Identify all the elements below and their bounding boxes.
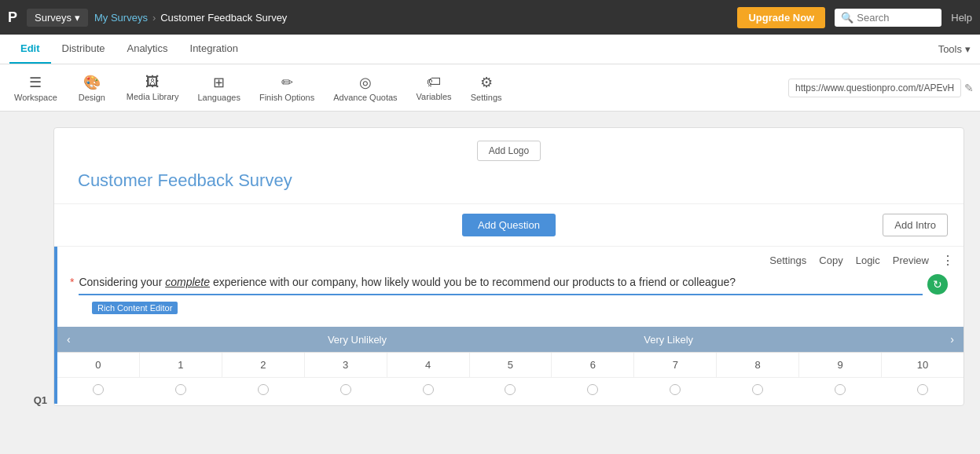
survey-card: Add Logo Customer Feedback Survey Add Qu… [53,127,964,406]
settings-label: Settings [471,93,502,102]
toolbar-variables[interactable]: 🏷 Variables [409,69,460,106]
scale-right-nav[interactable]: › [950,333,954,346]
languages-label: Languages [197,93,240,102]
toolbar: ☰ Workspace 🎨 Design 🖼 Media Library ⊞ L… [0,64,980,112]
scale-number-3: 3 [305,353,387,377]
scale-number-7: 7 [634,353,717,377]
design-icon: 🎨 [83,74,101,91]
my-surveys-link[interactable]: My Surveys [94,12,148,24]
required-star: * [70,276,74,288]
scale-numbers-row: 0 1 2 3 4 5 6 7 8 9 10 [57,352,963,377]
scale-number-1: 1 [140,353,222,377]
add-question-button[interactable]: Add Question [462,214,556,236]
question-number-label: Q1 [34,394,47,406]
edit-url-icon[interactable]: ✎ [964,82,974,94]
finish-options-label: Finish Options [259,93,314,102]
sub-navigation: Edit Distribute Analytics Integration To… [0,35,980,64]
help-link[interactable]: Help [951,12,972,24]
question-actions: Settings Copy Logic Preview ⋮ [57,247,963,268]
scale-radio-8[interactable] [717,384,799,397]
copy-action-link[interactable]: Copy [819,254,842,266]
variables-label: Variables [417,92,452,101]
refresh-icon[interactable]: ↻ [927,274,948,295]
variables-icon: 🏷 [427,74,441,90]
top-nav-right: Upgrade Now 🔍 Help [737,7,972,28]
scale-right-label: Very Likely [644,334,693,346]
logic-action-link[interactable]: Logic [856,254,880,266]
survey-header: Add Logo Customer Feedback Survey [54,128,963,204]
design-label: Design [79,93,105,102]
tab-edit[interactable]: Edit [9,35,51,64]
scale-number-4: 4 [387,353,470,377]
rich-content-editor-badge[interactable]: Rich Content Editor [92,302,178,314]
surveys-dropdown-button[interactable]: Surveys ▾ [27,9,88,27]
tab-distribute[interactable]: Distribute [51,35,116,64]
toolbar-finish-options[interactable]: ✏ Finish Options [251,69,322,107]
add-question-bar: Add Question Add Intro [54,204,963,247]
scale-radio-7[interactable] [634,384,717,397]
search-icon: 🔍 [841,12,853,24]
survey-title: Customer Feedback Survey [70,170,948,191]
settings-action-link[interactable]: Settings [769,254,806,266]
scale-radio-10[interactable] [881,384,963,397]
scale-radio-9[interactable] [798,384,881,397]
scale-radio-0[interactable] [57,384,140,397]
search-box[interactable]: 🔍 [835,9,941,27]
tools-menu[interactable]: Tools ▾ [938,43,971,55]
breadcrumb-separator: › [152,12,156,24]
app-logo: P [8,9,17,26]
search-input[interactable] [857,12,935,24]
scale-radio-2[interactable] [222,384,305,397]
media-library-label: Media Library [127,92,179,101]
tools-chevron-icon: ▾ [965,43,971,55]
breadcrumb: My Surveys › Customer Feedback Survey [94,12,287,24]
tab-analytics[interactable]: Analytics [116,35,178,64]
toolbar-advance-quotas[interactable]: ◎ Advance Quotas [325,69,405,107]
upgrade-now-button[interactable]: Upgrade Now [737,7,825,28]
scale-container: ‹ Very Unlikely Very Likely › 0 1 2 3 4 … [57,327,963,404]
toolbar-design[interactable]: 🎨 Design [68,69,116,107]
question-text-area: * Considering your complete experience w… [57,268,963,298]
toolbar-languages[interactable]: ⊞ Languages [189,69,248,107]
toolbar-workspace[interactable]: ☰ Workspace [6,69,65,107]
scale-header-row: ‹ Very Unlikely Very Likely › [57,327,963,352]
scale-number-0: 0 [57,353,140,377]
languages-icon: ⊞ [213,74,225,91]
scale-radio-3[interactable] [304,384,387,397]
scale-radio-6[interactable] [552,384,634,397]
media-library-icon: 🖼 [145,74,160,90]
question-block: Settings Copy Logic Preview ⋮ * Consider… [54,247,963,404]
scale-number-8: 8 [717,353,799,377]
scale-radio-row [57,377,963,404]
scale-radio-1[interactable] [140,384,222,397]
top-navigation: P Surveys ▾ My Surveys › Customer Feedba… [0,0,980,35]
workspace-label: Workspace [14,93,57,102]
question-text-after: experience with our company, how likely … [210,276,736,288]
scale-left-nav[interactable]: ‹ [67,333,71,346]
workspace-icon: ☰ [29,74,42,91]
more-options-icon[interactable]: ⋮ [941,253,954,268]
breadcrumb-current: Customer Feedback Survey [160,12,287,24]
scale-radio-4[interactable] [387,384,469,397]
survey-url-input[interactable] [788,79,961,97]
question-text-underline: complete [165,276,210,288]
toolbar-media-library[interactable]: 🖼 Media Library [119,69,187,106]
scale-number-10: 10 [882,353,963,377]
scale-number-5: 5 [470,353,552,377]
preview-action-link[interactable]: Preview [893,254,929,266]
advance-quotas-label: Advance Quotas [333,93,397,102]
toolbar-settings[interactable]: ⚙ Settings [463,69,510,107]
scale-number-2: 2 [222,353,305,377]
add-intro-button[interactable]: Add Intro [883,214,948,236]
question-text-before: Considering your [79,276,165,288]
scale-number-9: 9 [799,353,882,377]
scale-left-label: Very Unlikely [328,334,387,346]
tab-integration[interactable]: Integration [179,35,249,64]
survey-url-area: ✎ [788,79,974,97]
question-text: Considering your complete experience wit… [79,274,923,295]
settings-icon: ⚙ [480,74,493,91]
scale-radio-5[interactable] [469,384,552,397]
finish-options-icon: ✏ [281,74,293,91]
main-content: Q1 Add Logo Customer Feedback Survey Add… [0,112,980,422]
add-logo-button[interactable]: Add Logo [477,141,541,161]
